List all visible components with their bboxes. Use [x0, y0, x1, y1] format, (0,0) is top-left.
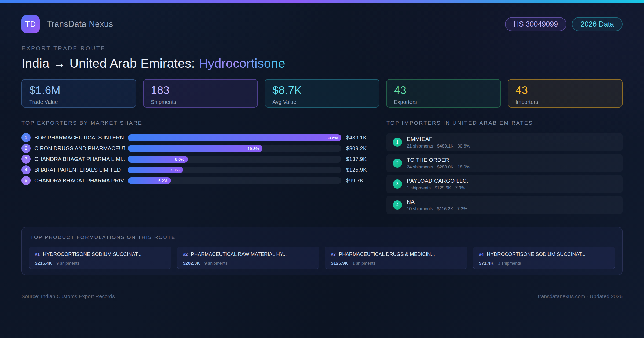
formulation-shipments: 3 shipments	[498, 261, 521, 266]
footer-source: Source: Indian Customs Export Records	[21, 293, 115, 300]
exporter-name: CIRON DRUGS AND PHARMACEUT...	[34, 145, 125, 152]
data-year-badge[interactable]: 2026 Data	[572, 17, 623, 31]
importer-name: TO THE ORDER	[407, 157, 470, 163]
stat-card-exporters: 43 Exporters	[386, 79, 501, 108]
hs-code-badge-label: HS 30049099	[514, 20, 558, 28]
formulation-rank: #4	[479, 252, 484, 257]
importer-name: PAYLOAD CARGO LLC,	[407, 178, 468, 184]
market-share-percent: 8.6%	[175, 156, 184, 163]
importer-card[interactable]: 1 EMMIEAF 21 shipments · $489.1K · 30.6%	[386, 133, 623, 151]
footer: Source: Indian Customs Export Records tr…	[21, 285, 623, 300]
stat-value: 43	[394, 84, 493, 97]
rank-badge: 1	[393, 138, 402, 147]
importers-list: 1 EMMIEAF 21 shipments · $489.1K · 30.6%…	[386, 133, 623, 214]
page-title-product: Hydrocortisone	[199, 56, 285, 70]
formulations-list: #1 HYDROCORTISONE SODIUM SUCCINAT... $21…	[29, 247, 615, 269]
formulation-card[interactable]: #3 PHARMACEUTICAL DRUGS & MEDICIN... $12…	[325, 247, 467, 269]
market-share-bar-track: 8.6%	[128, 156, 341, 163]
market-share-percent: 19.3%	[248, 145, 259, 152]
importer-card[interactable]: 3 PAYLOAD CARGO LLC, 1 shipments · $125.…	[386, 175, 623, 193]
formulation-rank: #2	[183, 252, 188, 257]
importer-meta: 1 shipments · $125.9K · 7.9%	[407, 185, 468, 190]
importer-meta: 21 shipments · $489.1K · 30.6%	[407, 144, 470, 149]
stat-value: $8.7K	[272, 84, 372, 97]
rank-badge: 1	[21, 133, 31, 142]
market-share-bar-track: 6.2%	[128, 177, 341, 184]
formulations-heading: TOP PRODUCT FORMULATIONS ON THIS ROUTE	[30, 234, 615, 240]
importer-card[interactable]: 2 TO THE ORDER 24 shipments · $288.0K · …	[386, 154, 623, 172]
importer-meta: 10 shipments · $116.2K · 7.3%	[407, 206, 467, 211]
rank-badge: 5	[21, 176, 31, 185]
exporter-row[interactable]: 5 CHANDRA BHAGAT PHARMA PRIV... 6.2% $99…	[21, 176, 373, 185]
brand-name: TransData Nexus	[47, 19, 113, 29]
formulation-card[interactable]: #1 HYDROCORTISONE SODIUM SUCCINAT... $21…	[29, 247, 171, 269]
exporter-row[interactable]: 2 CIRON DRUGS AND PHARMACEUT... 19.3% $3…	[21, 144, 373, 153]
page-title-route: India → United Arab Emirates:	[21, 56, 199, 70]
top-accent-bar	[0, 0, 644, 3]
exporter-row[interactable]: 1 BDR PHARMACEUTICALS INTERN... 30.6% $4…	[21, 133, 373, 142]
stat-card-shipments: 183 Shipments	[143, 79, 258, 108]
formulation-shipments: 1 shipments	[352, 261, 375, 266]
exporter-name: CHANDRA BHAGAT PHARMA PRIV...	[34, 177, 125, 184]
rank-badge: 4	[393, 200, 402, 210]
rank-badge: 4	[21, 165, 31, 174]
rank-badge: 3	[393, 179, 402, 189]
importers-heading: TOP IMPORTERS IN UNITED ARAB EMIRATES	[386, 120, 623, 126]
header: TD TransData Nexus HS 30049099 2026 Data	[21, 15, 623, 33]
stat-label: Shipments	[151, 99, 250, 105]
eyebrow-label: EXPORT TRADE ROUTE	[21, 45, 623, 52]
market-share-bar-track: 7.9%	[128, 167, 341, 173]
importer-name: NA	[407, 199, 467, 205]
importer-name: EMMIEAF	[407, 136, 470, 142]
exporters-section: TOP EXPORTERS BY MARKET SHARE 1 BDR PHAR…	[21, 120, 373, 217]
exporter-row[interactable]: 3 CHANDRA BHAGAT PHARMA LIMI... 8.6% $13…	[21, 155, 373, 164]
market-share-bar-track: 19.3%	[128, 145, 341, 152]
market-share-bar: 19.3%	[128, 145, 262, 152]
formulation-value: $125.9K	[331, 261, 348, 266]
market-share-percent: 30.6%	[326, 134, 338, 141]
exporter-value: $489.1K	[346, 134, 373, 141]
stat-label: Avg Value	[272, 99, 372, 105]
rank-badge: 2	[393, 159, 402, 168]
formulation-name: PHARMACEUTICAL RAW MATERIAL HY...	[191, 251, 287, 257]
importers-section: TOP IMPORTERS IN UNITED ARAB EMIRATES 1 …	[386, 120, 623, 217]
stat-value: $1.6M	[29, 84, 129, 97]
exporter-value: $125.9K	[346, 167, 373, 173]
market-share-bar: 7.9%	[128, 167, 183, 173]
formulation-rank: #3	[331, 252, 336, 257]
exporter-value: $99.7K	[346, 177, 373, 184]
market-share-percent: 6.2%	[158, 177, 167, 184]
market-share-bar-track: 30.6%	[128, 134, 341, 141]
stat-card-avg-value: $8.7K Avg Value	[265, 79, 379, 108]
page-title: India → United Arab Emirates: Hydrocorti…	[21, 56, 623, 71]
exporter-value: $137.9K	[346, 156, 373, 162]
stat-value: 183	[151, 84, 250, 97]
stat-label: Trade Value	[29, 99, 129, 105]
formulation-name: PHARMACEUTICAL DRUGS & MEDICIN...	[339, 251, 435, 257]
stat-card-trade-value: $1.6M Trade Value	[21, 79, 136, 108]
exporter-value: $309.2K	[346, 145, 373, 152]
formulations-panel: TOP PRODUCT FORMULATIONS ON THIS ROUTE #…	[21, 227, 623, 275]
formulation-shipments: 9 shipments	[56, 261, 79, 266]
data-year-badge-label: 2026 Data	[580, 20, 614, 28]
footer-site: transdatanexus.com · Updated 2026	[538, 293, 623, 300]
exporter-name: CHANDRA BHAGAT PHARMA LIMI...	[34, 156, 125, 162]
market-share-percent: 7.9%	[170, 167, 179, 173]
exporter-name: BDR PHARMACEUTICALS INTERN...	[34, 134, 125, 141]
stat-label: Importers	[515, 99, 615, 105]
exporters-list: 1 BDR PHARMACEUTICALS INTERN... 30.6% $4…	[21, 133, 373, 185]
formulation-rank: #1	[35, 252, 40, 257]
stat-value: 43	[515, 84, 615, 97]
stat-label: Exporters	[394, 99, 493, 105]
formulation-card[interactable]: #4 HYDROCORTISONE SODIUM SUCCINAT... $71…	[473, 247, 616, 269]
formulation-name: HYDROCORTISONE SODIUM SUCCINAT...	[43, 251, 141, 257]
market-share-bar: 6.2%	[128, 177, 171, 184]
exporters-heading: TOP EXPORTERS BY MARKET SHARE	[21, 120, 373, 126]
exporter-name: BHARAT PARENTERALS LIMITED	[34, 167, 125, 173]
formulation-card[interactable]: #2 PHARMACEUTICAL RAW MATERIAL HY... $20…	[177, 247, 320, 269]
exporter-row[interactable]: 4 BHARAT PARENTERALS LIMITED 7.9% $125.9…	[21, 165, 373, 174]
formulation-value: $71.4K	[479, 261, 494, 266]
importer-card[interactable]: 4 NA 10 shipments · $116.2K · 7.3%	[386, 196, 623, 214]
hs-code-badge[interactable]: HS 30049099	[505, 17, 566, 31]
formulation-value: $202.3K	[183, 261, 200, 266]
